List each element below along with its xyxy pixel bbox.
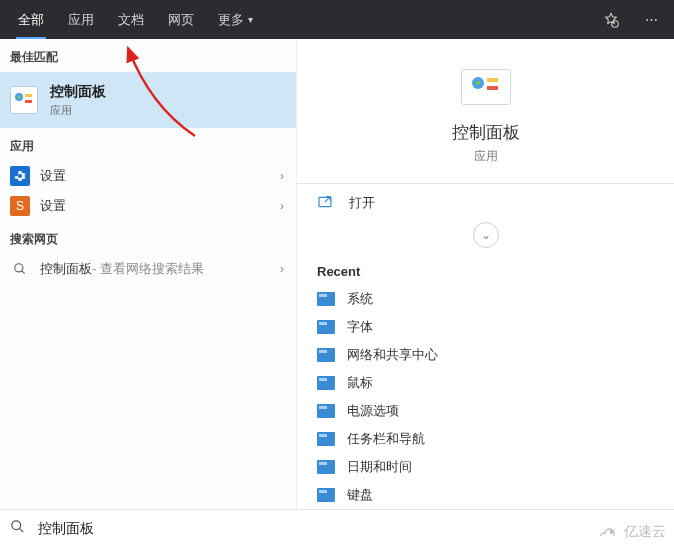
tab-all[interactable]: 全部 (6, 0, 56, 39)
tab-apps[interactable]: 应用 (56, 0, 106, 39)
preview-title: 控制面板 (297, 121, 674, 144)
search-input[interactable] (38, 521, 664, 537)
open-label: 打开 (349, 194, 375, 212)
recent-item-label: 任务栏和导航 (347, 431, 425, 448)
open-action[interactable]: 打开 (297, 184, 674, 222)
panel-item-icon (317, 320, 335, 334)
best-match-item[interactable]: 控制面板 应用 (0, 72, 296, 128)
apps-header: 应用 (0, 128, 296, 161)
app-item-label: 设置 (40, 197, 66, 215)
panel-item-icon (317, 488, 335, 502)
best-match-title: 控制面板 (50, 83, 106, 101)
recent-item[interactable]: 任务栏和导航 (309, 425, 662, 453)
chevron-right-icon: › (280, 199, 284, 213)
recent-item[interactable]: 网络和共享中心 (309, 341, 662, 369)
recent-item[interactable]: 电源选项 (309, 397, 662, 425)
svg-line-6 (22, 271, 25, 274)
recent-item-label: 网络和共享中心 (347, 347, 438, 364)
best-match-subtitle: 应用 (50, 103, 106, 118)
svg-point-8 (475, 81, 479, 85)
expand-button[interactable]: ⌄ (473, 222, 499, 248)
svg-rect-9 (487, 78, 498, 82)
recent-item-label: 系统 (347, 291, 373, 308)
svg-rect-10 (487, 86, 498, 90)
app-item-settings-1[interactable]: 设置 › (0, 161, 296, 191)
svg-point-5 (15, 264, 23, 272)
panel-item-icon (317, 460, 335, 474)
recent-item-label: 日期和时间 (347, 459, 412, 476)
recent-item-label: 鼠标 (347, 375, 373, 392)
chevron-right-icon: › (280, 262, 284, 276)
panel-item-icon (317, 432, 335, 446)
panel-item-icon (317, 292, 335, 306)
chevron-down-icon: ⌄ (481, 228, 491, 242)
svg-rect-3 (25, 94, 32, 97)
settings-app-icon: S (10, 196, 30, 216)
search-web-header: 搜索网页 (0, 221, 296, 254)
app-item-settings-2[interactable]: S 设置 › (0, 191, 296, 221)
control-panel-icon (461, 69, 511, 105)
recent-item[interactable]: 键盘 (309, 481, 662, 509)
more-options-icon[interactable]: ⋯ (634, 4, 668, 36)
best-match-header: 最佳匹配 (0, 39, 296, 72)
app-item-label: 设置 (40, 167, 66, 185)
web-item-label: 控制面板 (40, 260, 92, 278)
svg-point-0 (612, 20, 619, 27)
search-icon (10, 262, 30, 276)
recent-list: 系统 字体 网络和共享中心 鼠标 电源选项 任务栏和导航 日期和时间 键盘 (297, 285, 674, 509)
web-search-item[interactable]: 控制面板 - 查看网络搜索结果 › (0, 254, 296, 284)
tab-web[interactable]: 网页 (156, 0, 206, 39)
panel-item-icon (317, 404, 335, 418)
recent-item[interactable]: 系统 (309, 285, 662, 313)
recent-item-label: 键盘 (347, 487, 373, 504)
control-panel-icon (10, 86, 38, 114)
recent-header: Recent (297, 256, 674, 285)
recent-item[interactable]: 字体 (309, 313, 662, 341)
chevron-down-icon: ▾ (248, 14, 253, 25)
web-item-suffix: - 查看网络搜索结果 (92, 260, 204, 278)
panel-item-icon (317, 348, 335, 362)
preview-pane: 控制面板 应用 打开 ⌄ Recent 系统 字体 网络和共享中心 鼠标 电源选… (296, 39, 674, 509)
open-icon (317, 194, 339, 213)
top-tab-bar: 全部 应用 文档 网页 更多 ▾ ⋯ (0, 0, 674, 39)
tab-docs[interactable]: 文档 (106, 0, 156, 39)
recent-item[interactable]: 日期和时间 (309, 453, 662, 481)
recent-item-label: 电源选项 (347, 403, 399, 420)
svg-point-12 (12, 521, 21, 530)
chevron-right-icon: › (280, 169, 284, 183)
svg-point-2 (18, 96, 21, 99)
search-icon (10, 519, 28, 538)
tab-more[interactable]: 更多 ▾ (206, 0, 265, 39)
feedback-icon[interactable] (594, 4, 628, 36)
recent-item-label: 字体 (347, 319, 373, 336)
panel-item-icon (317, 376, 335, 390)
svg-rect-4 (25, 100, 32, 103)
preview-subtitle: 应用 (297, 148, 674, 165)
results-pane: 最佳匹配 控制面板 应用 应用 设置 › S 设置 › 搜索网页 (0, 39, 296, 509)
svg-line-13 (19, 528, 23, 532)
recent-item[interactable]: 鼠标 (309, 369, 662, 397)
tab-more-label: 更多 (218, 11, 244, 29)
search-bar (0, 509, 674, 547)
gear-icon (10, 166, 30, 186)
